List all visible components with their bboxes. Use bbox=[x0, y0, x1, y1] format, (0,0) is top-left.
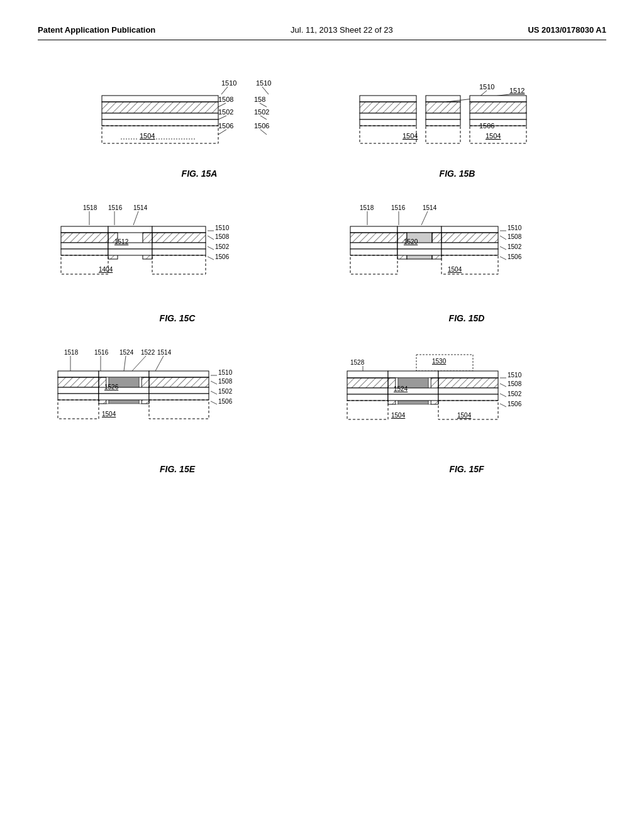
svg-rect-19 bbox=[102, 113, 218, 119]
svg-text:1522: 1522 bbox=[141, 349, 155, 356]
svg-text:1518: 1518 bbox=[360, 204, 374, 211]
page-header: Patent Application Publication Jul. 11, … bbox=[38, 25, 606, 40]
svg-rect-31 bbox=[360, 113, 416, 119]
svg-rect-98 bbox=[350, 249, 397, 255]
svg-rect-95 bbox=[350, 226, 397, 233]
svg-rect-41 bbox=[470, 102, 526, 113]
svg-rect-21 bbox=[102, 126, 218, 143]
svg-text:1524: 1524 bbox=[394, 385, 408, 392]
figures-row-2: 1518 1516 1514 1510 1508 1502 1506 bbox=[52, 204, 592, 323]
fig-15e-container: 1518 1516 1524 1522 1514 1510 1508 15 bbox=[52, 348, 303, 474]
svg-rect-167 bbox=[347, 388, 388, 394]
svg-rect-134 bbox=[58, 387, 99, 394]
svg-rect-63 bbox=[61, 226, 108, 233]
svg-rect-75 bbox=[152, 233, 206, 243]
svg-text:1526: 1526 bbox=[104, 384, 119, 390]
fig-15d-label: FIG. 15D bbox=[449, 313, 485, 323]
svg-text:1530: 1530 bbox=[432, 358, 447, 365]
fig-15f-container: 1528 1530 1510 1508 1502 1506 bbox=[341, 348, 592, 474]
svg-rect-36 bbox=[426, 113, 460, 119]
fig-15b-container: 1510 1512 bbox=[353, 78, 561, 179]
fig-15a-container: 1510 1510 1508 158 1502 1502 bbox=[83, 78, 316, 179]
svg-line-131 bbox=[211, 401, 217, 404]
svg-text:1502: 1502 bbox=[508, 390, 522, 397]
svg-line-94 bbox=[500, 257, 506, 260]
svg-text:1502: 1502 bbox=[215, 243, 230, 250]
fig-15a-diagram: 1510 1510 1508 158 1502 1502 bbox=[83, 78, 316, 160]
svg-rect-72 bbox=[108, 249, 152, 255]
svg-line-62 bbox=[208, 257, 214, 260]
svg-rect-42 bbox=[470, 113, 526, 119]
svg-text:1504: 1504 bbox=[102, 411, 116, 418]
svg-rect-66 bbox=[61, 249, 108, 255]
svg-line-4 bbox=[262, 87, 269, 94]
fig-15c-diagram: 1518 1516 1514 1510 1508 1502 1506 bbox=[52, 204, 303, 304]
svg-rect-100 bbox=[397, 226, 441, 233]
svg-rect-99 bbox=[350, 255, 397, 274]
svg-rect-169 bbox=[347, 401, 388, 419]
svg-text:1504: 1504 bbox=[457, 412, 472, 419]
svg-text:1504: 1504 bbox=[486, 132, 501, 140]
fig-15f-label: FIG. 15F bbox=[449, 464, 484, 474]
svg-rect-149 bbox=[149, 394, 209, 400]
svg-text:1528: 1528 bbox=[350, 359, 365, 366]
svg-text:1506: 1506 bbox=[215, 253, 230, 260]
svg-text:1516: 1516 bbox=[94, 349, 109, 356]
svg-text:1506: 1506 bbox=[218, 398, 233, 405]
svg-rect-105 bbox=[397, 249, 441, 255]
svg-text:1502: 1502 bbox=[218, 388, 233, 395]
svg-rect-179 bbox=[438, 371, 498, 378]
svg-text:1506: 1506 bbox=[218, 122, 233, 130]
svg-text:1510: 1510 bbox=[256, 79, 271, 87]
svg-text:1514: 1514 bbox=[133, 204, 148, 211]
svg-line-60 bbox=[208, 236, 214, 240]
fig-15d-diagram: 1518 1516 1514 1510 1508 1502 1506 bbox=[341, 204, 592, 304]
svg-line-162 bbox=[500, 384, 506, 387]
fig-15f-diagram: 1528 1530 1510 1508 1502 1506 bbox=[341, 348, 592, 455]
svg-text:1512: 1512 bbox=[114, 238, 129, 245]
figures-row-1: 1510 1510 1508 158 1502 1502 bbox=[83, 78, 561, 179]
svg-text:1516: 1516 bbox=[108, 204, 123, 211]
svg-rect-110 bbox=[441, 249, 498, 255]
svg-text:1504: 1504 bbox=[391, 412, 406, 419]
svg-text:1520: 1520 bbox=[404, 238, 418, 245]
svg-rect-132 bbox=[58, 371, 99, 377]
svg-rect-17 bbox=[102, 96, 218, 102]
svg-rect-38 bbox=[426, 126, 460, 143]
page: Patent Application Publication Jul. 11, … bbox=[0, 0, 644, 830]
svg-rect-165 bbox=[347, 371, 388, 378]
svg-text:1510: 1510 bbox=[218, 369, 233, 376]
svg-rect-147 bbox=[149, 377, 209, 387]
svg-rect-35 bbox=[426, 102, 460, 113]
svg-text:1506: 1506 bbox=[508, 401, 522, 407]
svg-rect-30 bbox=[360, 102, 416, 113]
svg-text:1506: 1506 bbox=[479, 122, 494, 130]
svg-rect-64 bbox=[61, 233, 108, 243]
svg-text:1518: 1518 bbox=[64, 349, 79, 356]
svg-line-164 bbox=[500, 404, 506, 407]
svg-line-121 bbox=[124, 356, 126, 371]
main-content: 1510 1510 1508 158 1502 1502 bbox=[38, 78, 606, 474]
svg-rect-182 bbox=[438, 394, 498, 401]
header-center: Jul. 11, 2013 Sheet 22 of 23 bbox=[291, 25, 393, 35]
svg-rect-43 bbox=[470, 119, 526, 126]
header-left: Patent Application Publication bbox=[38, 25, 155, 35]
svg-text:1508: 1508 bbox=[508, 233, 522, 240]
svg-rect-40 bbox=[470, 96, 526, 102]
svg-rect-76 bbox=[152, 243, 206, 249]
svg-rect-135 bbox=[58, 394, 99, 400]
svg-rect-18 bbox=[102, 102, 218, 113]
svg-rect-166 bbox=[347, 378, 388, 388]
svg-rect-144 bbox=[99, 394, 149, 400]
fig-15a-label: FIG. 15A bbox=[182, 169, 218, 179]
svg-text:1510: 1510 bbox=[508, 224, 522, 231]
svg-rect-68 bbox=[108, 226, 152, 233]
svg-text:1508: 1508 bbox=[218, 96, 233, 103]
svg-rect-133 bbox=[58, 377, 99, 387]
svg-rect-177 bbox=[388, 394, 438, 401]
svg-text:1512: 1512 bbox=[509, 87, 525, 94]
svg-rect-181 bbox=[438, 388, 498, 394]
svg-text:1508: 1508 bbox=[218, 378, 233, 385]
svg-rect-107 bbox=[441, 226, 498, 233]
svg-line-129 bbox=[211, 381, 217, 384]
